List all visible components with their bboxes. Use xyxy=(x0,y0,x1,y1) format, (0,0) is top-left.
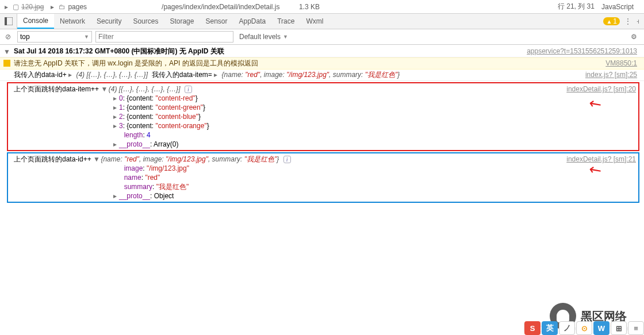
source-link[interactable]: index.js? [sm]:25 xyxy=(585,71,637,79)
expand-icon[interactable]: ▼ xyxy=(101,84,106,94)
source-link[interactable]: indexDetail.js? [sm]:21 xyxy=(566,155,636,164)
status-bar: ▸ ▢ 120.jpg ▸ 🗀 pages /pages/index/index… xyxy=(0,0,644,14)
taskbar-icon[interactable]: ⊞ xyxy=(611,321,627,335)
expand-icon[interactable]: ▸ xyxy=(214,71,220,79)
expand-icon[interactable]: ▸ xyxy=(68,71,74,79)
chevron-down-icon: ▼ xyxy=(84,34,89,40)
expand-icon[interactable]: ▼ xyxy=(93,155,99,164)
tab-sensor[interactable]: Sensor xyxy=(200,14,233,29)
warning-count-badge[interactable]: ▲ 1 xyxy=(603,17,620,25)
taskbar-icon[interactable]: W xyxy=(593,321,610,335)
filter-input[interactable] xyxy=(95,31,233,43)
tree-expand-icon[interactable]: ▸ xyxy=(5,3,10,11)
tab-trace[interactable]: Trace xyxy=(271,14,300,29)
source-link[interactable]: indexDetail.js? [sm]:20 xyxy=(566,84,636,94)
tree-file[interactable]: 120.jpg xyxy=(21,3,44,11)
expand-icon[interactable]: ▼ xyxy=(3,48,10,56)
info-icon[interactable]: i xyxy=(185,86,192,93)
console-toolbar: ⊘ top▼ Default levels▼ ⚙ xyxy=(0,29,644,45)
taskbar-icons: S 英 ノ ⊙ W ⊞ ≡ xyxy=(524,321,644,335)
taskbar-icon[interactable]: ノ xyxy=(559,321,575,335)
expand-icon[interactable]: ▸ xyxy=(113,121,119,130)
context-selector[interactable]: top▼ xyxy=(17,31,92,43)
source-link[interactable]: VM8850:1 xyxy=(605,59,637,68)
tab-sources[interactable]: Sources xyxy=(127,14,164,29)
more-icon[interactable]: ⋮ xyxy=(624,17,631,25)
file-size: 1.3 KB xyxy=(299,3,320,11)
tree-expand-icon[interactable]: ▸ xyxy=(51,3,56,11)
expand-icon[interactable]: ▸ xyxy=(113,140,119,149)
expand-icon[interactable]: ▸ xyxy=(113,94,119,103)
tree-folder[interactable]: pages xyxy=(68,3,87,11)
console-output: ▼ Sat Jul 14 2018 16:17:32 GMT+0800 (中国标… xyxy=(0,45,644,203)
ime-lang-icon[interactable]: 英 xyxy=(542,321,558,335)
info-icon[interactable]: i xyxy=(283,156,291,163)
log-entry: 我传入的data-id+ ▸ (4) [{…}, {…}, {…}, {…}] … xyxy=(0,70,644,81)
taskbar-icon[interactable]: ⊙ xyxy=(576,321,592,335)
highlighted-log-blue: 上个页面跳转的data-id++ ▼ {name: "red", image: … xyxy=(7,152,639,203)
log-warning: 请注意无 AppID 关联下，调用 wx.login 是受限的，API 的返回是… xyxy=(0,57,644,70)
ime-icon[interactable]: S xyxy=(524,321,540,335)
warning-icon xyxy=(3,60,10,67)
settings-icon[interactable]: ⚙ xyxy=(631,33,642,41)
cursor-position: 行 21, 列 31 xyxy=(558,2,595,11)
svg-rect-1 xyxy=(5,17,7,25)
expand-icon[interactable]: ▸ xyxy=(113,191,119,201)
language-mode[interactable]: JavaScript xyxy=(601,3,634,11)
devtools-tabs: Console Network Security Sources Storage… xyxy=(0,14,644,29)
tab-network[interactable]: Network xyxy=(54,14,91,29)
taskbar-icon[interactable]: ≡ xyxy=(628,321,644,335)
tab-wxml[interactable]: Wxml xyxy=(300,14,329,29)
expand-icon[interactable]: ▸ xyxy=(113,103,119,112)
log-entry: ▼ Sat Jul 14 2018 16:17:32 GMT+0800 (中国标… xyxy=(0,46,644,57)
log-levels-selector[interactable]: Default levels▼ xyxy=(237,31,306,43)
highlighted-log-red: 上个页面跳转的data-item++ ▼ (4) [{…}, {…}, {…},… xyxy=(7,82,639,151)
log-text: 请注意无 AppID 关联下，调用 wx.login 是受限的，API 的返回是… xyxy=(14,59,258,67)
expand-icon[interactable]: ▸ xyxy=(113,112,119,121)
tab-console[interactable]: Console xyxy=(17,14,54,29)
source-link[interactable]: appservice?t=1531556251259:1013 xyxy=(527,47,637,56)
log-text: Sat Jul 14 2018 16:17:32 GMT+0800 (中国标准时… xyxy=(14,47,224,55)
file-path: /pages/index/indexDetail/indexDetail.js xyxy=(162,3,279,11)
expand-icon[interactable]: ⫞ xyxy=(636,17,639,25)
chevron-down-icon: ▼ xyxy=(283,34,288,40)
tab-storage[interactable]: Storage xyxy=(164,14,200,29)
clear-console-icon[interactable]: ⊘ xyxy=(2,31,14,43)
tab-security[interactable]: Security xyxy=(91,14,127,29)
tab-appdata[interactable]: AppData xyxy=(233,14,272,29)
dock-toggle-icon[interactable] xyxy=(0,14,17,29)
